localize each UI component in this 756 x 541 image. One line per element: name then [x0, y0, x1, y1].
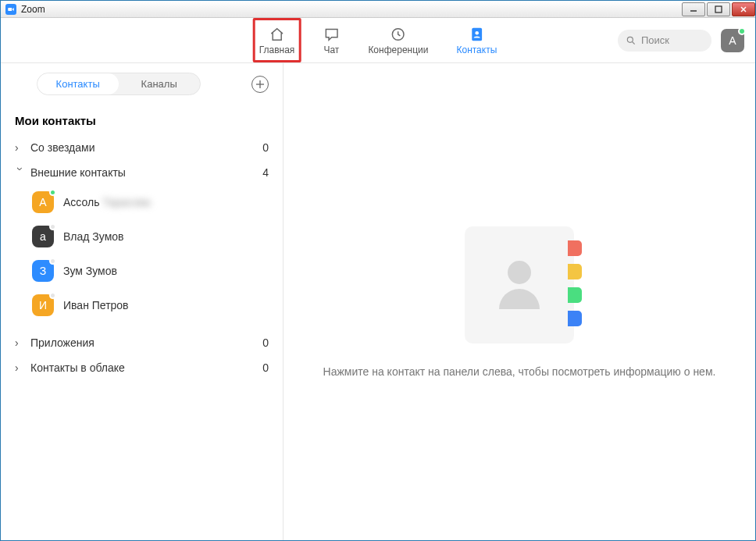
app-window: Zoom Главная Чат — [0, 0, 756, 541]
titlebar: Zoom — [1, 1, 755, 18]
subtabs: Контакты Каналы — [37, 73, 201, 95]
window-controls — [680, 2, 755, 16]
group-cloud[interactable]: › Контакты в облаке 0 — [1, 355, 283, 380]
clock-icon — [390, 26, 407, 43]
contact-item[interactable]: А Ассоль Тарасова — [1, 185, 283, 219]
group-external[interactable]: › Внешние контакты 4 — [1, 160, 283, 185]
group-count: 0 — [262, 336, 269, 349]
plus-icon — [256, 80, 264, 88]
section-title: Мои контакты — [1, 95, 283, 135]
chevron-down-icon: › — [14, 167, 27, 178]
close-button[interactable] — [732, 2, 755, 16]
svg-line-9 — [633, 41, 635, 44]
zoom-app-icon — [5, 4, 16, 15]
svg-point-7 — [475, 30, 479, 34]
nav-tab-label: Чат — [323, 44, 339, 55]
contact-item[interactable]: И Иван Петров — [1, 288, 283, 322]
svg-rect-2 — [715, 6, 722, 12]
chevron-right-icon: › — [15, 336, 26, 349]
subtab-contacts[interactable]: Контакты — [37, 73, 119, 94]
empty-contacts-illustration — [465, 226, 574, 343]
add-contact-button[interactable] — [251, 76, 269, 93]
profile-avatar[interactable]: A — [721, 29, 744, 52]
subtab-channels[interactable]: Каналы — [119, 73, 200, 94]
presence-offline-icon — [49, 223, 56, 230]
svg-point-8 — [627, 37, 633, 42]
nav-tab-label: Конференции — [368, 44, 428, 55]
group-label: Внешние контакты — [30, 166, 126, 179]
nav-tab-home[interactable]: Главная — [253, 18, 301, 62]
contact-avatar: З — [32, 260, 54, 282]
search-placeholder: Поиск — [641, 34, 669, 46]
group-label: Контакты в облаке — [30, 361, 125, 374]
group-count: 0 — [262, 141, 269, 154]
avatar-initial: A — [729, 34, 736, 47]
nav-tabs: Главная Чат Конференции Контакты — [253, 18, 504, 62]
maximize-button[interactable] — [707, 2, 730, 16]
body: Контакты Каналы Мои контакты › Со звезда… — [1, 63, 755, 540]
titlebar-left: Zoom — [5, 4, 45, 15]
group-count: 4 — [262, 166, 269, 179]
minimize-button[interactable] — [682, 2, 705, 16]
main-panel: Нажмите на контакт на панели слева, чтоб… — [284, 63, 755, 540]
contact-name: Зум Зумов — [63, 265, 117, 277]
topbar-right: Поиск A — [618, 29, 744, 52]
nav-tab-label: Контакты — [456, 44, 497, 55]
nav-tab-chat[interactable]: Чат — [316, 18, 346, 62]
nav-tab-label: Главная — [259, 44, 295, 55]
presence-online-icon — [738, 27, 746, 35]
contact-avatar: а — [32, 226, 54, 247]
chat-icon — [323, 26, 340, 43]
sidebar: Контакты Каналы Мои контакты › Со звезда… — [1, 63, 284, 540]
presence-offline-icon — [49, 258, 56, 265]
nav-tab-contacts[interactable]: Контакты — [450, 18, 503, 62]
contacts-icon — [468, 26, 485, 43]
group-apps[interactable]: › Приложения 0 — [1, 330, 283, 355]
search-icon — [626, 35, 637, 46]
contact-card-icon — [465, 226, 574, 343]
contact-avatar: И — [32, 294, 54, 316]
group-count: 0 — [262, 361, 269, 374]
chevron-right-icon: › — [15, 141, 26, 154]
subtabs-row: Контакты Каналы — [1, 73, 283, 95]
presence-online-icon — [49, 189, 56, 196]
contact-name: Влад Зумов — [63, 230, 124, 243]
contact-name: Ассоль Тарасова — [63, 196, 151, 208]
empty-state-text: Нажмите на контакт на панели слева, чтоб… — [323, 365, 716, 378]
home-icon — [269, 26, 286, 43]
group-label: Приложения — [30, 336, 94, 349]
svg-rect-0 — [8, 7, 12, 10]
contact-name: Иван Петров — [63, 299, 129, 311]
contact-item[interactable]: а Влад Зумов — [1, 219, 283, 254]
group-label: Со звездами — [30, 141, 94, 154]
group-starred[interactable]: › Со звездами 0 — [1, 135, 283, 160]
contact-item[interactable]: З Зум Зумов — [1, 254, 283, 288]
chevron-right-icon: › — [15, 361, 26, 374]
nav-tab-meetings[interactable]: Конференции — [362, 18, 434, 62]
window-title: Zoom — [21, 4, 45, 15]
topbar: Главная Чат Конференции Контакты — [1, 18, 755, 63]
contact-avatar: А — [32, 191, 54, 213]
presence-offline-icon — [49, 292, 56, 299]
search-input[interactable]: Поиск — [618, 30, 711, 52]
